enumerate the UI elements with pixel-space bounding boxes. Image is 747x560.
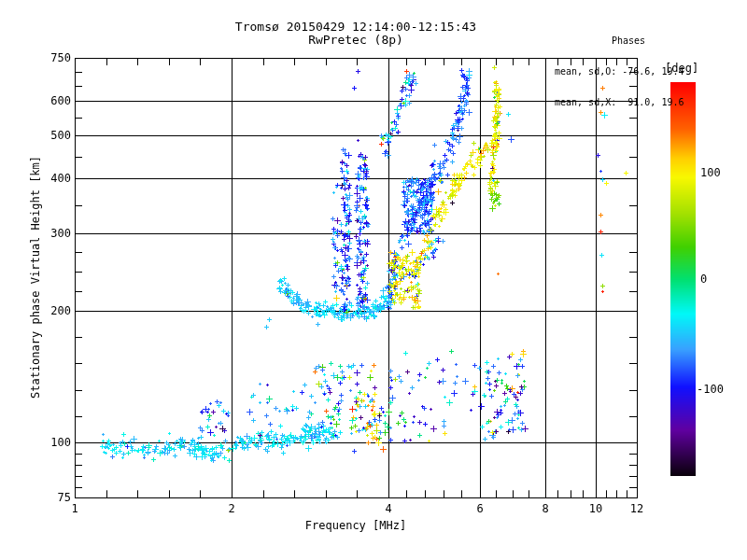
phase-stats-title: Phases [555, 35, 702, 46]
x-tick-label: 8 [525, 502, 566, 515]
x-tick-label: 6 [459, 502, 500, 515]
x-tick-label: 1 [54, 502, 95, 515]
colorbar-tick-neg100: -100 [697, 383, 724, 396]
x-tick-label: 12 [616, 502, 657, 515]
y-tick-label: 75 [34, 491, 71, 504]
y-tick-label: 300 [34, 227, 71, 240]
colorbar-tick-100: 100 [700, 166, 721, 179]
colorbar-label: [deg] [665, 62, 698, 75]
x-tick-label: 2 [211, 502, 252, 515]
colorbar-tick-0: 0 [700, 273, 707, 286]
phase-stats-x-mode: mean, sd,X: 91.0, 19.6 [555, 97, 715, 107]
chart-title: Tromsø 20150429 12:14:00-12:15:43 [75, 20, 637, 34]
y-tick-label: 750 [34, 51, 71, 64]
ionogram-screenshot: Tromsø 20150429 12:14:00-12:15:43 RwPret… [0, 0, 747, 560]
y-tick-label: 400 [34, 172, 71, 185]
x-tick-label: 10 [575, 502, 616, 515]
y-tick-label: 100 [34, 436, 71, 449]
x-tick-label: 4 [368, 502, 409, 515]
y-tick-label: 200 [34, 304, 71, 317]
chart-subtitle: RwPretec (8p) [75, 33, 637, 47]
y-tick-label: 500 [34, 129, 71, 142]
y-tick-label: 600 [34, 94, 71, 107]
x-axis-title: Frequency [MHz] [75, 519, 637, 532]
y-axis-title: Stationary phase Virtual Height [km] [29, 156, 42, 399]
